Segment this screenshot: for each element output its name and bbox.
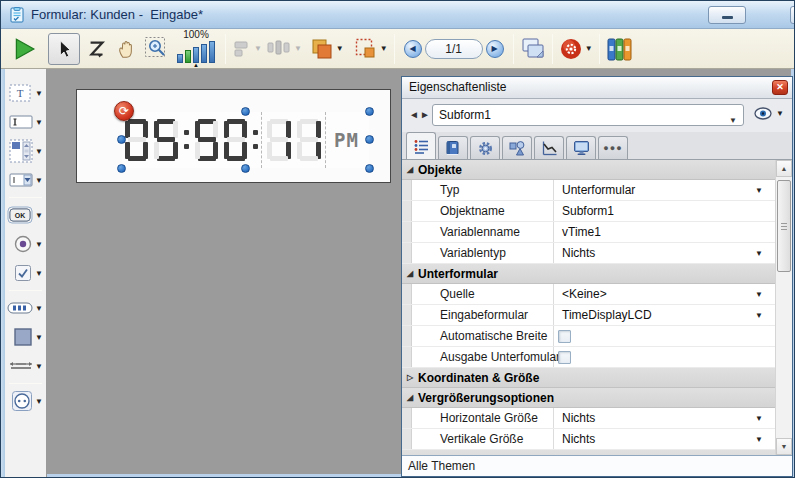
- text-field-tool-dropdown-arrow[interactable]: ▼: [35, 118, 43, 127]
- button-tool-dropdown-arrow[interactable]: ▼: [35, 211, 43, 220]
- selection-handle-bottom-left[interactable]: [117, 164, 126, 173]
- visibility-filter-button[interactable]: ▼: [754, 107, 784, 120]
- property-value[interactable]: <Keine>: [562, 284, 607, 305]
- object-selector-combo[interactable]: Subform1 ▼: [432, 104, 744, 126]
- property-row-ausgabe-unterfomular[interactable]: Ausgabe Unterfomular: [402, 347, 775, 368]
- property-value[interactable]: Nichts: [562, 429, 595, 450]
- scroll-down-arrow[interactable]: ▼: [776, 438, 792, 455]
- selection-handle-right[interactable]: [365, 135, 374, 144]
- tab-more[interactable]: ●●●: [598, 136, 628, 159]
- property-value[interactable]: Subform1: [562, 201, 614, 222]
- selection-handle-bottom[interactable]: [241, 164, 250, 173]
- sidebar-item-segmented-tool[interactable]: ▼: [7, 295, 46, 321]
- section-header-objekte[interactable]: ◢Objekte: [402, 160, 775, 180]
- zoom-tool-button[interactable]: [141, 33, 173, 65]
- close-icon[interactable]: ✕: [772, 80, 788, 95]
- pan-button[interactable]: [111, 33, 141, 65]
- property-row-objektname[interactable]: ObjektnameSubform1: [402, 201, 775, 222]
- tab-properties-list[interactable]: [406, 132, 436, 159]
- property-value[interactable]: Unterformular: [562, 180, 635, 201]
- next-page-button[interactable]: ▶: [486, 40, 504, 58]
- grid-scrollbar[interactable]: ▲ ▼: [775, 160, 792, 455]
- select-tool-button[interactable]: [48, 33, 80, 65]
- scroll-up-arrow[interactable]: ▲: [776, 160, 792, 177]
- bring-to-front-button[interactable]: [310, 33, 334, 65]
- tab-order-button[interactable]: [83, 33, 111, 65]
- tab-settings[interactable]: [470, 136, 500, 159]
- chevron-down-icon[interactable]: ▼: [755, 311, 763, 320]
- selection-handle-left[interactable]: [117, 135, 126, 144]
- property-value[interactable]: Nichts: [562, 243, 595, 264]
- label-tool-dropdown-arrow[interactable]: ▼: [35, 89, 43, 98]
- subform-clock-widget[interactable]: PM ⟳: [122, 112, 369, 168]
- chevron-down-icon[interactable]: ▼: [755, 186, 763, 195]
- minimize-button[interactable]: [708, 6, 746, 24]
- selection-mode-dropdown-arrow[interactable]: ▼: [380, 44, 388, 53]
- section-header-unterformular[interactable]: ◢Unterformular: [402, 264, 775, 284]
- checkbox-automatische-breite[interactable]: [558, 330, 571, 343]
- prev-next-object-arrows[interactable]: ◄►: [409, 109, 431, 120]
- zoom-level-control[interactable]: 100% ▲: [177, 30, 215, 68]
- bring-to-front-dropdown-arrow[interactable]: ▼: [336, 44, 344, 53]
- help-library-button[interactable]: [606, 33, 634, 65]
- property-value[interactable]: TimeDisplayLCD: [562, 305, 652, 326]
- sidebar-item-text-field-tool[interactable]: ▼: [7, 109, 46, 135]
- selection-mode-button[interactable]: [354, 33, 378, 65]
- tab-shapes[interactable]: [502, 136, 532, 159]
- tab-book[interactable]: [438, 136, 468, 159]
- sidebar-item-label-tool[interactable]: T ▼: [7, 80, 46, 106]
- tab-chart[interactable]: [534, 136, 564, 159]
- prev-page-button[interactable]: ◀: [404, 40, 422, 58]
- section-header-koordinaten-gr-e[interactable]: ▷Koordinaten & Größe: [402, 368, 775, 388]
- chevron-down-icon[interactable]: ▼: [755, 435, 763, 444]
- selection-handle-top[interactable]: [241, 107, 250, 116]
- sidebar-item-rectangle-tool[interactable]: ▼: [7, 324, 46, 350]
- property-value[interactable]: Nichts: [562, 408, 595, 429]
- scroll-thumb[interactable]: [777, 180, 791, 272]
- page-indicator[interactable]: 1/1: [425, 39, 483, 59]
- run-button[interactable]: [11, 33, 37, 65]
- subform-tool-dropdown-arrow[interactable]: ▼: [35, 397, 43, 406]
- sidebar-item-radio-button-tool[interactable]: ▼: [7, 231, 46, 257]
- expand-icon[interactable]: ▷: [402, 373, 418, 382]
- sidebar-item-subform-tool[interactable]: ▼: [7, 388, 46, 414]
- options-dropdown-arrow[interactable]: ▼: [585, 44, 593, 53]
- selection-handle-bottom-right[interactable]: [365, 164, 374, 173]
- section-header-vergr-erungsoptionen[interactable]: ◢Vergrößerungsoptionen: [402, 388, 775, 408]
- sidebar-item-button-tool[interactable]: OK ▼: [7, 202, 46, 228]
- property-row-quelle[interactable]: Quelle<Keine>▼: [402, 284, 775, 305]
- property-row-variablenname[interactable]: VariablennamevTime1: [402, 222, 775, 243]
- combo-box-tool-dropdown-arrow[interactable]: ▼: [35, 176, 43, 185]
- property-row-horizontale-gr-e[interactable]: Horizontale GrößeNichts▼: [402, 408, 775, 429]
- collapse-icon[interactable]: ◢: [402, 269, 418, 278]
- line-tool-dropdown-arrow[interactable]: ▼: [35, 362, 43, 371]
- property-row-typ[interactable]: TypUnterformular▼: [402, 180, 775, 201]
- tab-display[interactable]: [566, 136, 596, 159]
- sidebar-item-line-tool[interactable]: ▼: [7, 353, 46, 379]
- collapse-icon[interactable]: ◢: [402, 165, 418, 174]
- checkbox-ausgabe-unterfomular[interactable]: [558, 351, 571, 364]
- chevron-down-icon[interactable]: ▼: [755, 290, 763, 299]
- maximize-button[interactable]: [790, 6, 795, 24]
- selection-handle-top-right[interactable]: [365, 107, 374, 116]
- property-row-automatische-breite[interactable]: Automatische Breite: [402, 326, 775, 347]
- form-page[interactable]: PM ⟳: [76, 89, 391, 183]
- sidebar-item-checkbox-tool[interactable]: ▼: [7, 260, 46, 286]
- chevron-down-icon[interactable]: ▼: [755, 414, 763, 423]
- collapse-icon[interactable]: ◢: [402, 393, 418, 402]
- options-button[interactable]: [559, 33, 583, 65]
- property-value[interactable]: vTime1: [562, 222, 601, 243]
- sidebar-item-combo-box-tool[interactable]: ▼: [7, 167, 46, 193]
- property-row-eingabeformular[interactable]: EingabeformularTimeDisplayLCD▼: [402, 305, 775, 326]
- window-layers-button[interactable]: [520, 33, 546, 65]
- list-box-tool-dropdown-arrow[interactable]: ▼: [35, 147, 43, 156]
- radio-button-tool-dropdown-arrow[interactable]: ▼: [35, 240, 43, 249]
- rectangle-tool-dropdown-arrow[interactable]: ▼: [35, 333, 43, 342]
- property-row-vertikale-gr-e[interactable]: Vertikale GrößeNichts▼: [402, 429, 775, 450]
- checkbox-tool-dropdown-arrow[interactable]: ▼: [35, 269, 43, 278]
- sidebar-item-list-box-tool[interactable]: ▼: [7, 138, 46, 164]
- property-row-variablentyp[interactable]: VariablentypNichts▼: [402, 243, 775, 264]
- properties-panel-header[interactable]: Eigenschaftenliste ✕: [402, 77, 792, 99]
- segmented-tool-dropdown-arrow[interactable]: ▼: [35, 304, 43, 313]
- chevron-down-icon[interactable]: ▼: [755, 249, 763, 258]
